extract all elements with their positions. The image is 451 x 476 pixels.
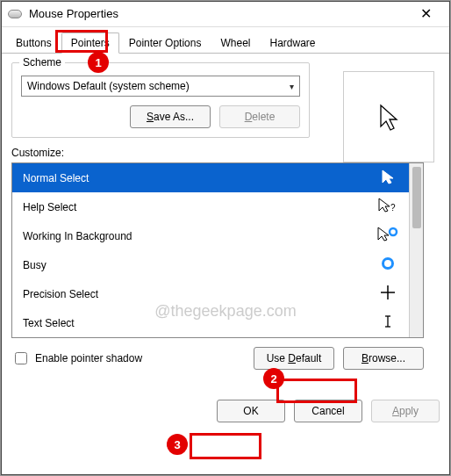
arrow-icon — [344, 72, 435, 163]
titlebar: Mouse Properties ✕ — [1, 1, 450, 27]
list-item-label: Busy — [23, 259, 47, 271]
scheme-dropdown[interactable]: Windows Default (system scheme) ▾ — [21, 76, 300, 97]
svg-point-6 — [383, 259, 393, 269]
tab-hardware[interactable]: Hardware — [260, 32, 325, 53]
pointer-shadow-label: Enable pointer shadow — [35, 352, 142, 364]
arrow-ring-icon — [377, 227, 398, 245]
svg-point-5 — [390, 228, 397, 235]
list-item-label: Precision Select — [23, 288, 98, 300]
tab-pointers[interactable]: Pointers — [61, 32, 119, 54]
mouse-icon — [8, 10, 22, 18]
svg-marker-4 — [378, 227, 389, 241]
list-item[interactable]: Working In Background — [12, 221, 409, 250]
save-as-button[interactable]: Save As... — [130, 105, 211, 128]
scroll-thumb[interactable] — [412, 167, 421, 228]
cursor-preview — [343, 71, 434, 162]
window-title: Mouse Properties — [29, 7, 118, 20]
dialog-buttons: OK Cancel Apply — [1, 400, 450, 422]
tab-buttons[interactable]: Buttons — [6, 32, 61, 53]
svg-marker-2 — [379, 198, 390, 212]
list-item[interactable]: Normal Select — [12, 163, 409, 192]
list-item-label: Text Select — [23, 317, 75, 329]
list-item[interactable]: Busy — [12, 250, 409, 279]
scheme-selected-value: Windows Default (system scheme) — [27, 80, 190, 92]
cancel-button[interactable]: Cancel — [294, 400, 362, 422]
svg-marker-1 — [383, 170, 393, 184]
list-item-label: Help Select — [23, 201, 76, 213]
arrow-icon — [377, 169, 398, 187]
ring-icon — [377, 256, 398, 274]
tab-strip: Buttons Pointers Pointer Options Wheel H… — [1, 27, 450, 54]
cross-icon — [377, 285, 398, 303]
pointer-shadow-checkbox[interactable] — [15, 352, 27, 364]
delete-button: Delete — [219, 105, 300, 128]
list-item[interactable]: Text Select — [12, 308, 409, 337]
scheme-legend: Scheme — [19, 56, 65, 69]
annotation-box-3 — [190, 433, 261, 459]
list-item-label: Normal Select — [23, 172, 89, 184]
svg-text:?: ? — [390, 203, 396, 213]
list-item-label: Working In Background — [23, 230, 132, 242]
cursor-list: Normal Select Help Select ? Working In B… — [11, 162, 424, 338]
enable-pointer-shadow[interactable]: Enable pointer shadow — [11, 350, 245, 367]
use-default-button[interactable]: Use Default — [254, 347, 334, 370]
tab-wheel[interactable]: Wheel — [211, 32, 260, 53]
close-icon: ✕ — [420, 5, 432, 22]
tab-pointer-options[interactable]: Pointer Options — [119, 32, 211, 53]
chevron-down-icon: ▾ — [290, 82, 294, 91]
annotation-badge-3: 3 — [167, 434, 188, 455]
ibeam-icon — [377, 314, 398, 332]
ok-button[interactable]: OK — [217, 400, 285, 422]
scheme-group: Scheme Windows Default (system scheme) ▾… — [11, 62, 310, 138]
scrollbar[interactable] — [409, 163, 423, 337]
close-button[interactable]: ✕ — [408, 1, 443, 27]
apply-button: Apply — [371, 400, 440, 422]
list-item[interactable]: Precision Select — [12, 279, 409, 308]
browse-button[interactable]: Browse... — [343, 347, 424, 370]
svg-marker-0 — [381, 105, 397, 130]
arrow-help-icon: ? — [377, 198, 398, 216]
list-item[interactable]: Help Select ? — [12, 192, 409, 221]
